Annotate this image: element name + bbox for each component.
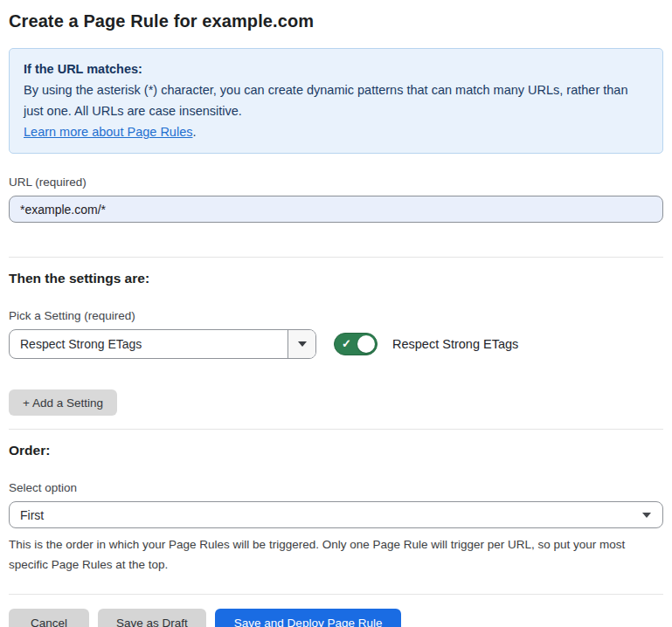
cancel-button[interactable]: Cancel: [9, 609, 89, 627]
order-section-heading: Order:: [9, 442, 663, 459]
order-help-text: This is the order in which your Page Rul…: [9, 534, 655, 575]
setting-select[interactable]: Respect Strong ETags: [9, 329, 316, 359]
order-select-value: First: [20, 508, 642, 522]
chevron-down-icon: [298, 341, 307, 347]
setting-select-value: Respect Strong ETags: [10, 330, 288, 358]
divider: [9, 594, 663, 595]
page-title: Create a Page Rule for example.com: [9, 10, 663, 32]
info-box-heading: If the URL matches:: [24, 59, 648, 79]
divider: [9, 257, 663, 258]
info-box-link-line: Learn more about Page Rules.: [24, 121, 648, 142]
url-input[interactable]: [9, 196, 663, 223]
settings-section-heading: Then the settings are:: [9, 270, 663, 287]
etags-toggle[interactable]: ✓: [334, 333, 378, 355]
info-box-body: By using the asterisk (*) character, you…: [24, 79, 648, 121]
save-as-draft-button[interactable]: Save as Draft: [98, 609, 206, 627]
chevron-down-icon: [642, 513, 651, 518]
check-icon: ✓: [342, 338, 351, 349]
url-match-info-box: If the URL matches: By using the asteris…: [9, 48, 663, 154]
footer-actions: Cancel Save as Draft Save and Deploy Pag…: [9, 609, 663, 627]
toggle-knob: [357, 335, 375, 353]
link-period: .: [192, 125, 196, 139]
divider: [9, 429, 663, 430]
toggle-label: Respect Strong ETags: [392, 337, 518, 351]
learn-more-link[interactable]: Learn more about Page Rules: [24, 125, 192, 139]
setting-select-arrow-button[interactable]: [288, 330, 315, 358]
order-select[interactable]: First: [9, 501, 663, 528]
url-field-label: URL (required): [9, 175, 663, 189]
order-select-label: Select option: [9, 480, 663, 495]
save-and-deploy-button[interactable]: Save and Deploy Page Rule: [215, 609, 402, 627]
add-setting-button[interactable]: + Add a Setting: [9, 389, 117, 416]
setting-picker-label: Pick a Setting (required): [9, 308, 663, 323]
setting-row: Respect Strong ETags ✓ Respect Strong ET…: [9, 329, 663, 359]
